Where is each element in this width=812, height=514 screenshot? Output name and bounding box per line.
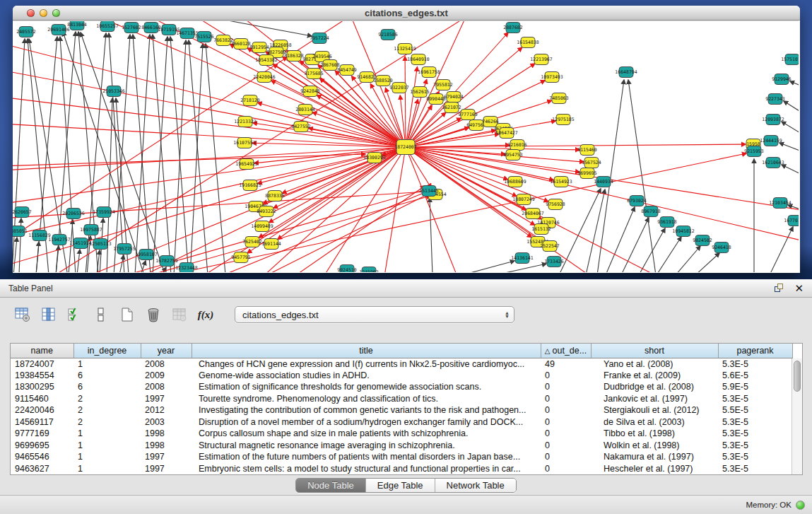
table-cell[interactable]: 1997 [141, 451, 192, 463]
graph-node[interactable]: 7663822 [213, 35, 233, 46]
graph-node[interactable]: 11325419 [394, 44, 416, 54]
table-cell[interactable]: 1 [73, 440, 141, 452]
table-cell[interactable]: 5.3E-5 [718, 451, 792, 463]
graph-node[interactable]: 11156829 [28, 230, 50, 241]
graph-node[interactable]: 12213967 [530, 54, 552, 65]
column-header-year[interactable]: year [141, 344, 192, 358]
vertical-scrollbar[interactable] [792, 358, 802, 475]
graph-node[interactable]: 8427552 [291, 122, 310, 132]
graph-node[interactable]: 1733426 [544, 257, 563, 267]
table-cell[interactable]: 2009 [141, 370, 192, 382]
graph-node[interactable]: 12444159 [760, 136, 782, 146]
table-cell[interactable]: 49 [541, 358, 591, 370]
graph-node[interactable]: 9115460 [577, 145, 596, 156]
graph-node[interactable]: 9024510 [337, 265, 356, 273]
table-cell[interactable]: 1997 [141, 393, 192, 405]
graph-node[interactable]: 8813044 [67, 21, 86, 30]
table-cell[interactable]: 9115460 [11, 393, 73, 405]
table-row[interactable]: 946362711997Embryonic stem cells: a mode… [11, 463, 792, 475]
table-cell[interactable]: 9777169 [11, 428, 73, 440]
graph-node[interactable]: 9218586 [378, 30, 397, 40]
table-cell[interactable]: Stergiakouli et al. (2012) [591, 404, 718, 416]
table-cell[interactable]: Embryonic stem cells: a model to study s… [192, 463, 541, 475]
graph-node[interactable]: 7957224 [310, 33, 329, 44]
graph-node[interactable]: 1513445 [419, 186, 438, 197]
graph-node[interactable]: 10945812 [672, 226, 694, 237]
table-cell[interactable]: 2 [73, 416, 141, 428]
column-header-pagerank[interactable]: pagerank [718, 344, 792, 358]
table-cell[interactable]: 5.3E-5 [718, 416, 792, 428]
graph-node[interactable]: 9361918 [657, 217, 676, 228]
graph-node[interactable]: 16107553 [233, 138, 255, 148]
graph-node[interactable]: 9756928 [546, 199, 565, 210]
table-row[interactable]: 969969511998Structural magnetic resonanc… [11, 440, 792, 452]
graph-node[interactable]: 14099489 [251, 221, 273, 232]
graph-node[interactable]: 2522547 [540, 241, 559, 252]
tab-node-table[interactable]: Node Table [296, 479, 366, 492]
table-row[interactable]: 977716911998Corpus callosum shape and si… [11, 428, 792, 440]
graph-node[interactable]: 19166825 [239, 180, 261, 191]
table-cell[interactable]: Structural magnetic resonance image aver… [192, 440, 541, 452]
graph-node[interactable]: 9242848 [300, 86, 319, 97]
graph-node[interactable]: 16961758 [418, 67, 440, 78]
table-cell[interactable]: 19384554 [11, 370, 73, 382]
table-cell[interactable]: Investigating the contribution of common… [192, 404, 541, 416]
graph-node[interactable]: 9322037 [389, 83, 408, 93]
graph-node[interactable]: 20206536 [62, 209, 84, 219]
graph-node[interactable]: 12975185 [552, 115, 574, 125]
delete-table-icon[interactable] [171, 306, 188, 323]
table-cell[interactable]: 1 [73, 358, 141, 370]
graph-node[interactable]: 9777169 [458, 110, 477, 120]
table-cell[interactable]: 5.6E-5 [718, 370, 792, 382]
graph-node[interactable]: 7625402 [242, 237, 261, 247]
table-cell[interactable]: 2008 [141, 381, 192, 393]
table-cell[interactable]: 5.5E-5 [718, 404, 792, 416]
graph-node[interactable]: 8660128 [231, 39, 250, 49]
table-cell[interactable]: Wolkin et al. (1998) [591, 440, 718, 452]
table-cell[interactable]: Estimation of significance thresholds fo… [192, 381, 541, 393]
table-cell[interactable]: 0 [541, 451, 591, 463]
table-cell[interactable]: Genome-wide association studies in ADHD. [192, 370, 541, 382]
table-cell[interactable]: Estimation of the future numbers of pati… [192, 451, 541, 463]
close-panel-icon[interactable]: ✕ [794, 284, 804, 293]
graph-node[interactable]: 2405572 [16, 27, 35, 37]
float-panel-icon[interactable] [775, 284, 784, 293]
graph-node[interactable]: 10688609 [504, 177, 526, 187]
graph-node[interactable]: 16154838 [517, 37, 539, 48]
graph-node[interactable]: 8454749 [337, 65, 356, 76]
table-cell[interactable]: Changes of HCN gene expression and I(f) … [192, 358, 541, 370]
table-cell[interactable]: 1 [73, 451, 141, 463]
graph-node[interactable]: 12103454 [769, 198, 791, 209]
zoom-window-icon[interactable] [52, 9, 60, 17]
graph-node[interactable]: 9024502 [693, 235, 712, 246]
table-cell[interactable]: 2 [73, 404, 141, 416]
table-mode-icon[interactable] [14, 306, 31, 323]
table-cell[interactable]: Yano et al. (2008) [591, 358, 718, 370]
table-cell[interactable]: Corpus callosum shape and size in male p… [192, 428, 541, 440]
table-cell[interactable]: Nakamura et al. (1997) [591, 451, 718, 463]
column-header-out_de[interactable]: △out_de... [541, 344, 591, 358]
table-row[interactable]: 1872400712008Changes of HCN gene express… [11, 358, 792, 370]
table-cell[interactable]: 0 [541, 428, 591, 440]
table-cell[interactable]: 2 [73, 393, 141, 405]
show-column-icon[interactable] [40, 306, 57, 323]
table-cell[interactable]: 0 [541, 370, 591, 382]
graph-node[interactable]: 12093872 [762, 115, 784, 125]
table-cell[interactable]: 1998 [141, 440, 192, 452]
graph-node[interactable]: 1885051 [13, 226, 28, 237]
graph-node[interactable]: 8967918 [641, 206, 660, 217]
table-cell[interactable]: 2008 [141, 358, 192, 370]
table-cell[interactable]: 0 [541, 416, 591, 428]
close-window-icon[interactable] [27, 9, 35, 17]
graph-node[interactable]: 2803144 [295, 105, 314, 115]
graph-node[interactable]: 12323448 [175, 263, 197, 273]
graph-node[interactable]: 8954753 [503, 150, 522, 160]
graph-node[interactable]: 9246418 [712, 243, 731, 253]
table-cell[interactable]: 0 [541, 463, 591, 475]
table-cell[interactable]: 0 [541, 393, 591, 405]
table-cell[interactable]: 6 [73, 370, 141, 382]
table-cell[interactable]: 18724007 [11, 358, 73, 370]
graph-node[interactable]: 1216016 [507, 140, 526, 151]
graph-node[interactable]: 1527602 [122, 23, 141, 33]
graph-node[interactable]: 14136141 [511, 253, 533, 264]
